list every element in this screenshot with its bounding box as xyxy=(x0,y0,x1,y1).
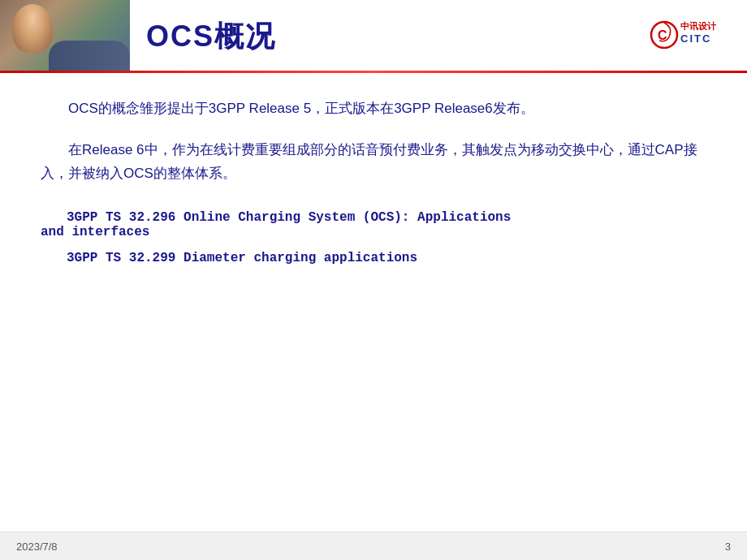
slide-header: OCS概况 C 中讯设计 CITC xyxy=(0,0,747,73)
paragraph-2: 在Release 6中，作为在线计费重要组成部分的话音预付费业务，其触发点为移动… xyxy=(41,139,706,186)
spec-ref-1: 3GPP TS 32.296 Online Charging System (O… xyxy=(41,210,706,239)
title-area: OCS概况 xyxy=(130,17,650,57)
slide-footer: 2023/7/8 3 xyxy=(0,532,747,560)
slide-content: OCS的概念雏形提出于3GPP Release 5，正式版本在3GPP Rele… xyxy=(0,73,747,293)
slide-title: OCS概况 xyxy=(146,17,276,57)
logo-area: C 中讯设计 CITC xyxy=(650,0,747,73)
svg-text:中讯设计: 中讯设计 xyxy=(680,21,717,31)
header-divider xyxy=(0,71,747,73)
footer-date: 2023/7/8 xyxy=(16,541,58,553)
citc-logo: C 中讯设计 CITC xyxy=(650,15,739,59)
paragraph-1: OCS的概念雏形提出于3GPP Release 5，正式版本在3GPP Rele… xyxy=(41,97,706,121)
svg-text:CITC: CITC xyxy=(680,32,711,45)
header-image xyxy=(0,0,130,73)
spec-references: 3GPP TS 32.296 Online Charging System (O… xyxy=(41,210,706,265)
footer-page-number: 3 xyxy=(725,541,731,553)
spec-ref-2: 3GPP TS 32.299 Diameter charging applica… xyxy=(41,251,706,265)
